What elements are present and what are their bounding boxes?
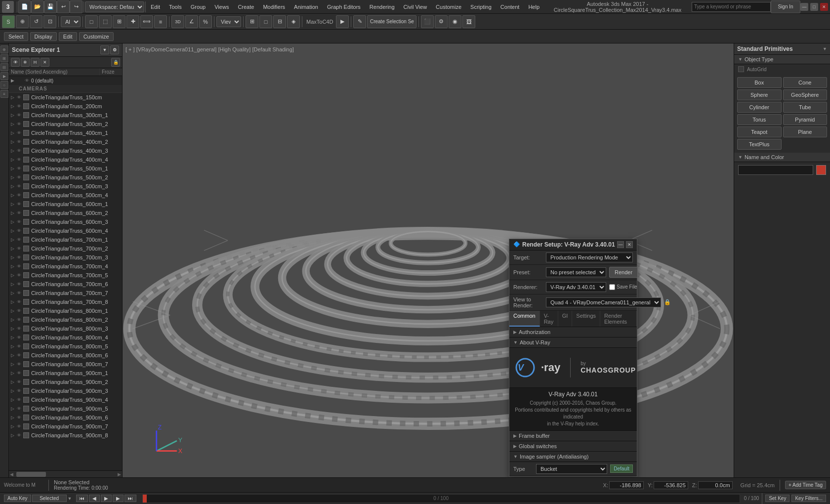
set-key-btn[interactable]: Set Key xyxy=(765,495,789,502)
menu-scripting[interactable]: Scripting xyxy=(466,3,496,11)
image-sampler-section[interactable]: ▼ Image sampler (Antialiasing) xyxy=(509,452,637,462)
motion-icon[interactable]: ▶ xyxy=(0,72,8,80)
default-btn[interactable]: Default xyxy=(610,464,633,473)
list-item[interactable]: ▷👁CircleTriangularTruss_900cm_7 xyxy=(9,422,122,431)
pyramid-btn[interactable]: Pyramid xyxy=(783,114,828,125)
list-item[interactable]: ▷👁CircleTriangularTruss_800cm_4 xyxy=(9,333,122,342)
tab-common[interactable]: Common xyxy=(509,311,540,327)
list-item[interactable]: ▷👁CircleTriangularTruss_800cm_5 xyxy=(9,342,122,351)
select-btn[interactable]: S xyxy=(2,15,15,28)
play-btn[interactable]: ▶ xyxy=(101,495,112,502)
list-item[interactable]: ▷👁CircleTriangularTruss_800cm_2 xyxy=(9,315,122,324)
rotate-btn[interactable]: ↺ xyxy=(30,15,42,28)
autogrid-checkbox[interactable] xyxy=(738,66,744,72)
utilities-icon[interactable]: ≡ xyxy=(0,90,8,98)
list-item[interactable]: ▷👁CircleTriangularTruss_300cm_1 xyxy=(9,111,122,120)
window-crossing-btn[interactable]: ⊞ xyxy=(113,15,125,28)
viewport[interactable]: [ + ] [VRayDomeCamera011_general] [High … xyxy=(123,43,734,477)
se-filter-btn[interactable]: ▼ xyxy=(100,45,109,54)
save-file-checkbox[interactable] xyxy=(609,284,615,290)
frame-buffer-section[interactable]: ▶ Frame buffer xyxy=(509,431,637,441)
menu-edit[interactable]: Edit xyxy=(147,3,164,11)
name-and-color-section[interactable]: ▼ Name and Color xyxy=(734,153,830,162)
new-btn[interactable]: 📄 xyxy=(18,0,31,13)
se-delete-btn[interactable]: ✕ xyxy=(41,58,49,67)
cmd-display[interactable]: Display xyxy=(30,32,57,41)
go-end-btn[interactable]: ⏭ xyxy=(124,495,136,502)
target-dropdown[interactable]: Production Rendering Mode xyxy=(546,252,633,262)
list-item[interactable]: ▷👁CircleTriangularTruss_600cm_3 xyxy=(9,217,122,226)
selection-filter[interactable]: All xyxy=(61,16,81,27)
cameras-group[interactable]: CAMERAS xyxy=(9,85,122,93)
renderer-dropdown[interactable]: V-Ray Adv 3.40.01 xyxy=(546,282,606,292)
list-item[interactable]: ▷👁CircleTriangularTruss_500cm_4 xyxy=(9,191,122,200)
tab-gi[interactable]: GI xyxy=(558,311,573,327)
menu-civil-view[interactable]: Civil View xyxy=(400,3,431,11)
list-item[interactable]: ▷👁CircleTriangularTruss_400cm_3 xyxy=(9,146,122,155)
list-item[interactable]: ▷👁CircleTriangularTruss_400cm_1 xyxy=(9,128,122,137)
list-item[interactable]: ▷👁CircleTriangularTruss_900cm_5 xyxy=(9,404,122,413)
hierarchy-icon[interactable]: ⊟ xyxy=(0,63,8,71)
view-lock-btn[interactable]: 🔒 xyxy=(664,299,671,305)
cmd-select[interactable]: Select xyxy=(4,32,28,41)
tab-settings[interactable]: Settings xyxy=(572,311,600,327)
se-hide-btn[interactable]: H xyxy=(31,58,40,67)
category-dropdown-arrow[interactable]: ▼ xyxy=(823,46,827,51)
list-item[interactable]: ▷👁CircleTriangularTruss_600cm_1 xyxy=(9,200,122,209)
scene-default-item[interactable]: ▶ 👁 0 (default) xyxy=(9,76,122,85)
tab-render-elements[interactable]: Render Elements xyxy=(600,311,637,327)
move-btn[interactable]: ⊕ xyxy=(16,15,29,28)
create-icon[interactable]: ⊕ xyxy=(0,45,8,53)
scene-list[interactable]: ▶ 👁 0 (default) CAMERAS ▷👁CircleTriangul… xyxy=(9,76,122,470)
list-item[interactable]: ▷👁CircleTriangularTruss_700cm_5 xyxy=(9,271,122,280)
key-filters-btn[interactable]: Key Filters... xyxy=(791,495,826,502)
torus-btn[interactable]: Torus xyxy=(737,114,782,125)
cmd-edit[interactable]: Edit xyxy=(59,32,77,41)
menu-help[interactable]: Help xyxy=(524,3,543,11)
se-display-btn[interactable]: 👁 xyxy=(11,58,20,67)
list-item[interactable]: ▷👁CircleTriangularTruss_500cm_1 xyxy=(9,164,122,173)
scale-btn[interactable]: ⊡ xyxy=(43,15,56,28)
se-lock-icon[interactable]: 🔒 xyxy=(111,58,120,67)
menu-graph-editors[interactable]: Graph Editors xyxy=(323,3,365,11)
render-button[interactable]: Render xyxy=(609,267,638,278)
list-item[interactable]: ▷👁CircleTriangularTruss_400cm_2 xyxy=(9,137,122,146)
tab-vray[interactable]: V-Ray xyxy=(540,311,558,327)
minimize-btn[interactable]: — xyxy=(800,3,808,11)
list-item[interactable]: ▷👁CircleTriangularTruss_800cm_1 xyxy=(9,306,122,315)
object-type-section[interactable]: ▼ Object Type xyxy=(734,55,830,64)
search-input[interactable] xyxy=(692,2,771,12)
redo-btn[interactable]: ↪ xyxy=(70,0,83,13)
prev-frame-btn[interactable]: ◀ xyxy=(89,495,100,502)
list-item[interactable]: ▷👁CircleTriangularTruss_150cm xyxy=(9,93,122,102)
list-item[interactable]: ▷👁CircleTriangularTruss_700cm_7 xyxy=(9,289,122,297)
cmd-customize[interactable]: Customize xyxy=(79,32,114,41)
list-item[interactable]: ▷👁CircleTriangularTruss_300cm_2 xyxy=(9,120,122,128)
viewport-shading-btn[interactable]: ◈ xyxy=(287,15,300,28)
plane-btn[interactable]: Plane xyxy=(783,126,828,137)
menu-customize[interactable]: Customize xyxy=(432,3,465,11)
name-input[interactable] xyxy=(738,165,813,175)
geosphere-btn[interactable]: GeoSphere xyxy=(783,89,828,100)
preset-dropdown[interactable]: No preset selected xyxy=(546,267,606,277)
maximize-btn[interactable]: □ xyxy=(810,3,818,11)
viewport-single-btn[interactable]: □ xyxy=(259,15,272,28)
render-frame-btn[interactable]: 🖼 xyxy=(462,15,475,28)
global-switches-section[interactable]: ▶ Global switches xyxy=(509,441,637,452)
render-panel-close[interactable]: ✕ xyxy=(626,241,633,248)
menu-rendering[interactable]: Rendering xyxy=(366,3,399,11)
viewport-4-btn[interactable]: ⊟ xyxy=(273,15,286,28)
menu-content[interactable]: Content xyxy=(497,3,524,11)
modify-icon[interactable]: ⊞ xyxy=(0,54,8,62)
3d-snap-btn[interactable]: 3D xyxy=(171,15,184,28)
list-item[interactable]: ▷👁CircleTriangularTruss_900cm_4 xyxy=(9,395,122,404)
menu-modifiers[interactable]: Modifiers xyxy=(259,3,289,11)
selected-btn[interactable]: Selected xyxy=(32,495,67,502)
list-item[interactable]: ▷👁CircleTriangularTruss_700cm_4 xyxy=(9,262,122,271)
view-to-render-dropdown[interactable]: Quad 4 - VRayDomeCamera011_general xyxy=(546,297,661,307)
type-dropdown[interactable]: Bucket xyxy=(536,464,607,474)
list-item[interactable]: ▷👁CircleTriangularTruss_900cm_2 xyxy=(9,378,122,386)
menu-views[interactable]: Views xyxy=(210,3,233,11)
list-item[interactable]: ▷👁CircleTriangularTruss_900cm_8 xyxy=(9,431,122,440)
maxtoc4d-btn[interactable]: ▶ xyxy=(336,15,349,28)
